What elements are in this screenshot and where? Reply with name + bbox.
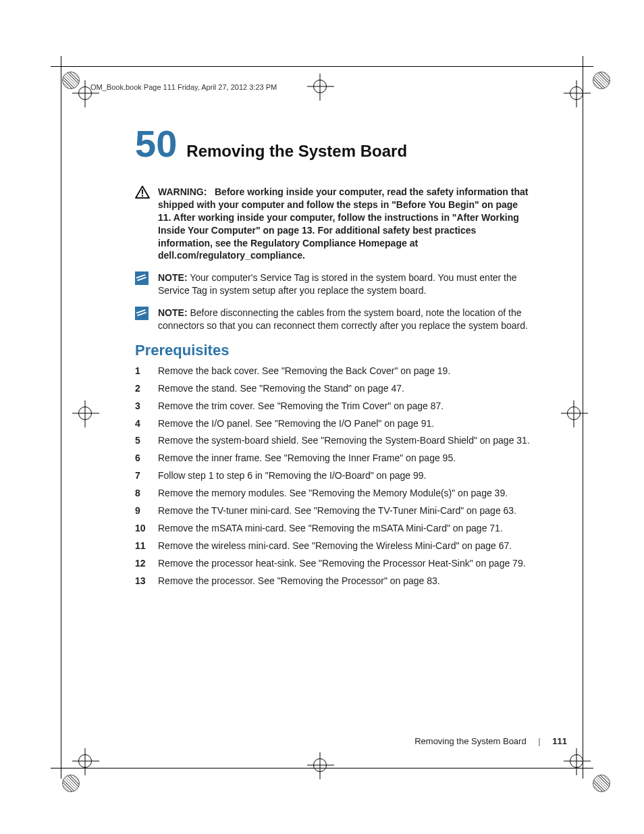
note-text: Before disconnecting the cables from the… bbox=[158, 307, 528, 331]
page-footer: Removing the System Board | 111 bbox=[414, 736, 567, 746]
page-content: 50 Removing the System Board WARNING: Be… bbox=[135, 125, 533, 592]
footer-separator: | bbox=[538, 736, 540, 746]
list-item: Remove the wireless mini-card. See "Remo… bbox=[135, 540, 533, 552]
list-item: Remove the I/O panel. See "Removing the … bbox=[135, 417, 533, 430]
list-item: Remove the trim cover. See "Removing the… bbox=[135, 400, 533, 413]
warning-callout: WARNING: Before working inside your comp… bbox=[135, 186, 533, 262]
list-item: Remove the system-board shield. See "Rem… bbox=[135, 434, 533, 447]
chapter-number: 50 bbox=[135, 125, 177, 163]
page-number: 111 bbox=[552, 736, 567, 746]
note-text: Your computer's Service Tag is stored in… bbox=[158, 272, 517, 296]
list-item: Follow step 1 to step 6 in "Removing the… bbox=[135, 469, 533, 482]
warning-text: Before working inside your computer, rea… bbox=[158, 186, 528, 261]
list-item: Remove the processor heat-sink. See "Rem… bbox=[135, 557, 533, 570]
list-item: Remove the TV-tuner mini-card. See "Remo… bbox=[135, 504, 533, 517]
chapter-heading: 50 Removing the System Board bbox=[135, 125, 533, 163]
list-item: Remove the stand. See "Removing the Stan… bbox=[135, 382, 533, 395]
list-item: Remove the mSATA mini-card. See "Removin… bbox=[135, 522, 533, 535]
note-label: NOTE: bbox=[158, 272, 188, 283]
chapter-title: Removing the System Board bbox=[186, 142, 407, 161]
note-label: NOTE: bbox=[158, 307, 188, 318]
warning-icon bbox=[135, 186, 150, 199]
list-item: Remove the inner frame. See "Removing th… bbox=[135, 452, 533, 465]
note-callout-2: NOTE: Before disconnecting the cables fr… bbox=[135, 307, 533, 332]
list-item: Remove the back cover. See "Removing the… bbox=[135, 365, 533, 377]
footer-title: Removing the System Board bbox=[414, 736, 526, 746]
warning-label: WARNING: bbox=[158, 186, 207, 197]
svg-point-1 bbox=[142, 195, 143, 197]
prerequisites-list: Remove the back cover. See "Removing the… bbox=[135, 365, 533, 588]
note-icon bbox=[135, 307, 149, 320]
list-item: Remove the processor. See "Removing the … bbox=[135, 575, 533, 588]
running-header: OM_Book.book Page 111 Friday, April 27, … bbox=[90, 83, 277, 91]
list-item: Remove the memory modules. See "Removing… bbox=[135, 487, 533, 500]
note-callout-1: NOTE: Your computer's Service Tag is sto… bbox=[135, 271, 533, 297]
note-icon bbox=[135, 271, 149, 285]
section-heading: Prerequisites bbox=[135, 342, 533, 359]
